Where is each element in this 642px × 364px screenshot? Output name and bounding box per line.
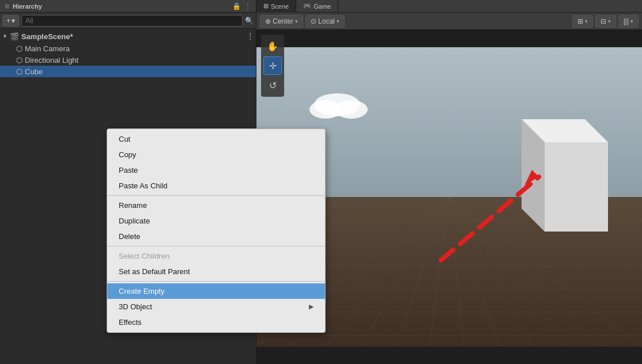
scene-tab-icon: ⊞ xyxy=(263,2,269,10)
ctx-paste-as-child[interactable]: Paste As Child xyxy=(107,178,325,194)
search-input[interactable] xyxy=(21,15,243,26)
center-label: Center xyxy=(273,17,293,25)
add-plus-label: + xyxy=(6,17,10,25)
gizmo-button-2[interactable]: ⊟ ▾ xyxy=(595,15,616,28)
ctx-rename[interactable]: Rename xyxy=(107,198,325,213)
main-layout: ⊞ Hierarchy 🔒 ⋮ + ▾ 🔍 ▼ 🎬 SampleScene* ⋮ xyxy=(0,0,642,364)
scene-arrow-icon: ▼ xyxy=(2,33,7,39)
ctx-sep-1 xyxy=(107,195,325,196)
move-tool-btn[interactable]: ✛ xyxy=(263,56,282,75)
tree-item-main-camera[interactable]: ⬡ Main Camera xyxy=(0,43,256,54)
center-button[interactable]: ⊕ Center ▾ xyxy=(260,15,303,28)
light-item-icon: ⬡ xyxy=(16,56,22,65)
game-tab-label: Game xyxy=(314,3,331,10)
center-chevron-icon: ▾ xyxy=(295,18,298,24)
center-icon: ⊕ xyxy=(265,17,271,25)
ctx-sep-3 xyxy=(107,281,325,282)
scene-options-icon[interactable]: ⋮ xyxy=(247,32,254,40)
svg-point-22 xyxy=(335,100,368,119)
ctx-delete[interactable]: Delete xyxy=(107,229,325,244)
gizmo-button-1[interactable]: ⊞ ▾ xyxy=(572,15,593,28)
context-menu: Cut Copy Paste Paste As Child Rename Dup… xyxy=(107,128,326,333)
hierarchy-more-icon[interactable]: ⋮ xyxy=(244,2,251,10)
scene-root-item[interactable]: ▼ 🎬 SampleScene* ⋮ xyxy=(0,30,256,43)
camera-item-icon: ⬡ xyxy=(16,44,22,53)
local-button[interactable]: ⊙ Local ▾ xyxy=(305,15,345,28)
gizmo-button-3[interactable]: ||| ▾ xyxy=(618,15,639,28)
cube-item-label: Cube xyxy=(25,67,43,76)
view-tabs: ⊞ Scene 🎮 Game xyxy=(256,0,642,13)
local-label: Local xyxy=(318,17,335,25)
ctx-3d-object-arrow-icon: ▶ xyxy=(309,303,314,310)
hierarchy-header: ⊞ Hierarchy 🔒 ⋮ xyxy=(0,0,256,13)
scene-tab-label: Scene xyxy=(271,3,289,10)
gizmo-icon-2: ⊟ xyxy=(601,17,606,25)
gizmo-chevron-2: ▾ xyxy=(608,18,611,24)
gizmo-icon-1: ⊞ xyxy=(577,17,583,25)
game-tab-icon: 🎮 xyxy=(303,2,311,10)
tree-item-directional-light[interactable]: ⬡ Directional Light xyxy=(0,54,256,66)
ctx-paste[interactable]: Paste xyxy=(107,162,325,178)
add-button[interactable]: + ▾ xyxy=(2,15,19,26)
add-dropdown-icon: ▾ xyxy=(12,17,15,25)
ctx-select-children: Select Children xyxy=(107,248,325,264)
ctx-3d-object[interactable]: 3D Object ▶ xyxy=(107,299,325,314)
ctx-create-empty[interactable]: Create Empty xyxy=(107,283,325,299)
local-icon: ⊙ xyxy=(311,17,316,25)
ctx-sep-2 xyxy=(107,246,325,247)
scene-object-icon: 🎬 xyxy=(10,32,19,41)
hand-tool-btn[interactable]: ✋ xyxy=(263,37,282,55)
gizmo-icon-3: ||| xyxy=(624,17,629,25)
ctx-copy[interactable]: Copy xyxy=(107,147,325,162)
hierarchy-title: Hierarchy xyxy=(13,3,42,10)
gizmo-chevron-3: ▾ xyxy=(630,18,633,24)
svg-marker-23 xyxy=(545,142,608,232)
ctx-duplicate[interactable]: Duplicate xyxy=(107,213,325,229)
local-chevron-icon: ▾ xyxy=(337,18,339,24)
tool-overlay: ✋ ✛ ↺ xyxy=(261,35,284,97)
gizmo-chevron-1: ▾ xyxy=(585,18,588,24)
hierarchy-toolbar: + ▾ 🔍 xyxy=(0,13,256,29)
scene-name-label: SampleScene* xyxy=(21,32,73,41)
view-toolbar: ⊕ Center ▾ ⊙ Local ▾ ⊞ ▾ ⊟ ▾ ||| ▾ xyxy=(256,13,642,30)
tab-game[interactable]: 🎮 Game xyxy=(296,0,338,13)
cube-item-icon: ⬡ xyxy=(16,67,22,76)
ctx-effects[interactable]: Effects xyxy=(107,314,325,330)
ctx-set-default-parent[interactable]: Set as Default Parent xyxy=(107,264,325,279)
hierarchy-grid-icon: ⊞ xyxy=(5,3,9,9)
rotate-tool-btn[interactable]: ↺ xyxy=(263,76,282,94)
hierarchy-panel: ⊞ Hierarchy 🔒 ⋮ + ▾ 🔍 ▼ 🎬 SampleScene* ⋮ xyxy=(0,0,256,364)
search-icon[interactable]: 🔍 xyxy=(245,17,254,25)
tree-item-cube[interactable]: ⬡ Cube xyxy=(0,66,256,77)
hierarchy-lock-icon[interactable]: 🔒 xyxy=(232,2,241,10)
camera-item-label: Main Camera xyxy=(25,44,70,53)
light-item-label: Directional Light xyxy=(25,56,78,65)
tab-scene[interactable]: ⊞ Scene xyxy=(256,0,296,13)
ctx-cut[interactable]: Cut xyxy=(107,131,325,147)
